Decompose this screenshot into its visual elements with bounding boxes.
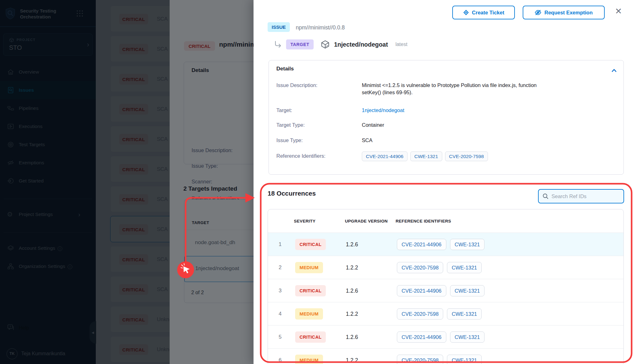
reference-chip[interactable]: CVE-2020-7598 [397,308,443,320]
reference-chip[interactable]: CWE-1321 [450,239,485,250]
upgrade-version: 1.2.6 [346,279,358,302]
reference-chips: CVE-2021-44906CWE-1321 [397,285,485,296]
issue-badge: ISSUE [268,22,290,32]
reference-chip[interactable]: CWE-1321 [450,331,485,343]
severity-badge: MEDIUM [295,355,323,364]
reference-chips: CVE-2021-44906CWE-1321 [397,331,485,343]
severity-badge: CRITICAL [295,285,326,296]
chevron-up-icon[interactable] [611,68,617,74]
reference-chip[interactable]: CWE-1321 [447,308,482,320]
reference-chips: CVE-2021-44906CWE-1321 [397,239,485,250]
reference-chip[interactable]: CVE-2021-44906 [397,285,446,296]
package-cube-icon [320,40,330,49]
target-name: 1njected/nodegoat [334,41,388,48]
occurrence-row[interactable]: 4 MEDIUM 1.2.2 CVE-2020-7598CWE-1321 [268,302,623,325]
row-number: 2 [275,256,285,279]
issue-type-value: SCA [362,137,372,143]
occurrence-row[interactable]: 2 MEDIUM 1.2.2 CVE-2020-7598CWE-1321 [268,256,623,279]
reference-chip[interactable]: CVE-2020-7598 [397,355,443,364]
occurrence-row[interactable]: 3 CRITICAL 1.2.6 CVE-2021-44906CWE-1321 [268,279,623,302]
reference-chip[interactable]: CVE-2020-7598 [397,262,443,273]
row-number: 1 [275,233,285,256]
search-icon [542,193,549,199]
occurrences-table: SEVERITY UPGRADE VERSION REFERENCE IDENT… [268,209,624,364]
reference-chip[interactable]: CVE-2021-44906 [397,239,446,250]
search-ref-ids[interactable] [538,189,624,203]
issue-id: npm//minimist//0.0.8 [296,24,345,31]
eye-slash-icon [535,9,541,16]
severity-badge: CRITICAL [295,239,326,250]
upgrade-version: 1.2.2 [346,302,358,326]
reference-chip[interactable]: CWE-1321 [450,285,485,296]
row-number: 6 [275,349,285,364]
severity-badge: MEDIUM [295,262,323,273]
reference-chip[interactable]: CWE-1321 [410,151,442,161]
close-icon[interactable]: ✕ [612,5,625,18]
occurrences-heading: 18 Occurrences [268,190,316,197]
issue-detail-modal: Create Ticket Request Exemption ✕ ISSUE … [254,0,641,364]
target-header: TARGET 1njected/nodegoat latest [274,38,408,51]
upgrade-version: 1.2.6 [346,233,358,256]
row-number: 4 [275,302,285,326]
target-link[interactable]: 1njected/nodegoat [362,107,404,113]
reference-chips: CVE-2020-7598CWE-1321 [397,355,482,364]
reference-chip[interactable]: CVE-2021-44906 [362,151,408,161]
severity-badge: CRITICAL [295,331,326,343]
row-number: 3 [275,279,285,302]
target-type-value: Container [362,122,384,128]
severity-badge: MEDIUM [295,308,323,320]
row-number: 5 [275,326,285,349]
reference-chip[interactable]: CWE-1321 [447,355,482,364]
request-exemption-button[interactable]: Request Exemption [523,6,605,19]
reference-chip[interactable]: CVE-2021-44906 [397,331,446,343]
target-tag: latest [395,42,407,47]
branch-arrow-icon [274,40,282,49]
upgrade-version: 1.2.6 [346,326,358,349]
create-ticket-button[interactable]: Create Ticket [452,6,515,19]
reference-chip[interactable]: CVE-2020-7598 [445,151,488,161]
issue-description-value: setKey() (lines 69-95). [362,90,413,95]
upgrade-version: 1.2.2 [346,349,358,364]
search-input[interactable] [551,193,614,199]
target-badge: TARGET [286,39,314,49]
upgrade-version: 1.2.2 [346,256,358,279]
issue-description-value: Minimist <=1.2.5 is vulnerable to Protot… [362,82,537,88]
reference-chips: CVE-2021-44906 CWE-1321 CVE-2020-7598 [362,151,488,161]
reference-chips: CVE-2020-7598CWE-1321 [397,262,482,273]
details-card: Details Issue Description: Minimist <=1.… [269,60,624,175]
occurrence-row[interactable]: 5 CRITICAL 1.2.6 CVE-2021-44906CWE-1321 [268,325,623,348]
reference-chips: CVE-2020-7598CWE-1321 [397,308,482,320]
reference-chip[interactable]: CWE-1321 [447,262,482,273]
diamond-icon [463,9,469,16]
details-title: Details [276,66,294,72]
table-header: SEVERITY UPGRADE VERSION REFERENCE IDENT… [268,209,623,233]
occurrence-row[interactable]: 1 CRITICAL 1.2.6 CVE-2021-44906CWE-1321 [268,233,623,256]
occurrence-row[interactable]: 6 MEDIUM 1.2.2 CVE-2020-7598CWE-1321 [268,348,623,364]
dim-overlay [0,0,254,364]
